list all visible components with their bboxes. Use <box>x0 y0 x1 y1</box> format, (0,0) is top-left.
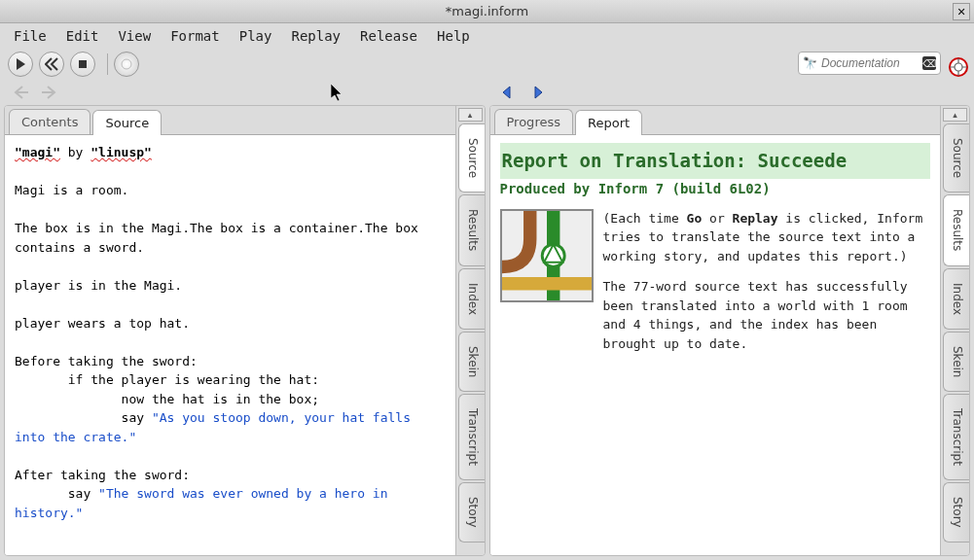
toolbar: 🔭 ⌫ <box>0 49 974 80</box>
window-title: *magi.inform <box>446 4 528 18</box>
menu-format[interactable]: Format <box>162 26 228 46</box>
side-tab-transcript[interactable]: Transcript <box>458 394 485 480</box>
source-editor[interactable]: "magi" by "linusp" Magi is a room. The b… <box>5 135 455 555</box>
report-title: Report on Translation: Succeede <box>500 143 931 179</box>
tab-report[interactable]: Report <box>575 110 642 135</box>
scroll-up-icon[interactable]: ▴ <box>943 108 967 122</box>
report-view: Report on Translation: Succeede Produced… <box>490 135 941 555</box>
side-tab-source[interactable]: Source <box>943 123 969 192</box>
menu-bar: File Edit View Format Play Replay Releas… <box>0 23 974 49</box>
tab-source[interactable]: Source <box>92 110 162 135</box>
release-button[interactable] <box>114 52 139 77</box>
right-top-tabs: Progress Report <box>490 106 941 135</box>
left-nav-back[interactable] <box>12 84 31 101</box>
side-tab-index[interactable]: Index <box>943 268 969 330</box>
report-text: (Each time Go or Replay is clicked, Info… <box>603 209 931 366</box>
side-tab-story[interactable]: Story <box>943 482 969 542</box>
right-nav-back[interactable] <box>499 84 519 101</box>
side-tab-transcript[interactable]: Transcript <box>943 394 969 480</box>
nav-row <box>0 80 974 105</box>
close-button[interactable]: ✕ <box>953 3 970 20</box>
scroll-up-icon[interactable]: ▴ <box>458 108 483 122</box>
side-tab-results[interactable]: Results <box>943 194 969 265</box>
left-side-tabs: ▴ Source Results Index Skein Transcript … <box>455 106 485 555</box>
report-subtitle: Produced by Inform 7 (build 6L02) <box>500 179 931 199</box>
right-side-tabs: ▴ Source Results Index Skein Transcript … <box>940 106 969 555</box>
side-tab-skein[interactable]: Skein <box>458 332 485 392</box>
side-tab-story[interactable]: Story <box>458 482 485 542</box>
tab-contents[interactable]: Contents <box>9 109 90 134</box>
play-button[interactable] <box>8 52 33 77</box>
side-tab-index[interactable]: Index <box>458 268 485 330</box>
left-pane: Contents Source "magi" by "linusp" Magi … <box>4 105 486 556</box>
side-tab-source[interactable]: Source <box>458 123 485 192</box>
svg-rect-0 <box>79 60 87 68</box>
menu-help[interactable]: Help <box>429 26 478 46</box>
binoculars-icon: 🔭 <box>803 56 817 70</box>
search-input[interactable] <box>821 56 919 70</box>
tab-progress[interactable]: Progress <box>494 109 573 134</box>
report-map-icon <box>500 209 594 302</box>
stop-button[interactable] <box>70 52 95 77</box>
left-top-tabs: Contents Source <box>5 106 455 135</box>
menu-play[interactable]: Play <box>232 26 280 46</box>
menu-edit[interactable]: Edit <box>58 26 107 46</box>
menu-file[interactable]: File <box>6 26 54 46</box>
menu-replay[interactable]: Replay <box>283 26 348 46</box>
search-box[interactable]: 🔭 ⌫ <box>798 52 941 75</box>
right-pane: Progress Report Report on Translation: S… <box>489 105 971 556</box>
app-badge-icon <box>949 57 968 77</box>
side-tab-skein[interactable]: Skein <box>943 332 969 392</box>
workspace: Contents Source "magi" by "linusp" Magi … <box>0 105 974 560</box>
clear-search-icon[interactable]: ⌫ <box>922 56 936 70</box>
left-nav-forward[interactable] <box>39 84 58 101</box>
replay-button[interactable] <box>39 52 64 77</box>
svg-point-1 <box>122 59 131 69</box>
title-bar: *magi.inform ✕ <box>0 0 974 23</box>
menu-view[interactable]: View <box>110 26 159 46</box>
side-tab-results[interactable]: Results <box>458 194 485 265</box>
menu-release[interactable]: Release <box>352 26 425 46</box>
right-nav-forward[interactable] <box>526 84 546 101</box>
